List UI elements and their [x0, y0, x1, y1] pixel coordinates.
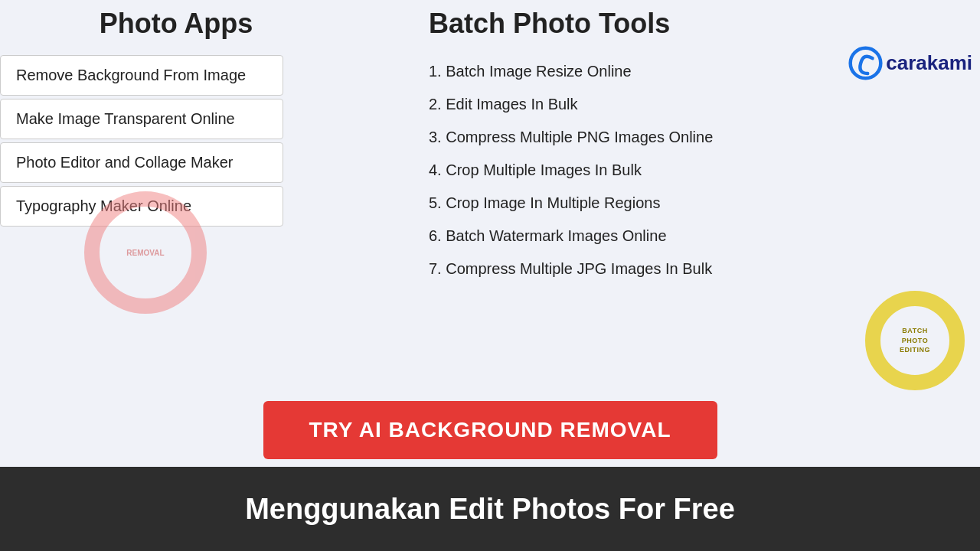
list-number: 4.	[429, 161, 442, 178]
circle-decoration-right: BATCH PHOTO EDITING	[865, 291, 965, 390]
left-panel: Photo Apps Remove Background From Image …	[0, 0, 306, 459]
list-label: Crop Image In Multiple Regions	[446, 194, 660, 211]
list-label: Compress Multiple JPG Images In Bulk	[446, 260, 712, 277]
circle-decoration-left: REMOVAL	[84, 191, 207, 314]
list-label: Edit Images In Bulk	[446, 96, 577, 112]
circle-left-text: REMOVAL	[126, 248, 164, 258]
footer-text: Menggunakan Edit Photos For Free	[245, 493, 735, 526]
list-item: 3. Compress Multiple PNG Images Online	[429, 121, 957, 154]
list-item: 6. Batch Watermark Images Online	[429, 220, 957, 253]
list-item: Photo Editor and Collage Maker	[0, 142, 306, 183]
circle-right-text: BATCH PHOTO EDITING	[900, 326, 930, 355]
list-label: Compress Multiple PNG Images Online	[446, 129, 713, 145]
list-item: Remove Background From Image	[0, 55, 306, 96]
carakami-logo: carakami	[848, 46, 972, 80]
photo-editor-link[interactable]: Photo Editor and Collage Maker	[0, 142, 283, 183]
cta-button[interactable]: TRY AI BACKGROUND REMOVAL	[263, 401, 717, 459]
list-item: 7. Compress Multiple JPG Images In Bulk	[429, 253, 957, 285]
make-transparent-link[interactable]: Make Image Transparent Online	[0, 99, 283, 139]
list-number: 3.	[429, 129, 442, 145]
list-item: 2. Edit Images In Bulk	[429, 88, 957, 121]
list-number: 6.	[429, 227, 442, 244]
list-number: 1.	[429, 63, 442, 80]
list-number: 7.	[429, 260, 442, 277]
list-item: 4. Crop Multiple Images In Bulk	[429, 154, 957, 187]
photo-apps-title: Photo Apps	[46, 0, 306, 55]
carakami-c-icon	[848, 46, 883, 80]
batch-tools-list: 1. Batch Image Resize Online 2. Edit Ima…	[429, 55, 957, 285]
batch-tools-title: Batch Photo Tools	[429, 8, 957, 40]
carakami-logo-text: carakami	[886, 51, 972, 75]
cta-section: TRY AI BACKGROUND REMOVAL	[0, 401, 980, 459]
right-panel: Batch Photo Tools carakami 1. Batch Imag…	[383, 0, 980, 459]
list-number: 2.	[429, 96, 442, 112]
list-number: 5.	[429, 194, 442, 211]
list-item: Make Image Transparent Online	[0, 99, 306, 139]
list-item: 5. Crop Image In Multiple Regions	[429, 187, 957, 220]
list-label: Batch Watermark Images Online	[446, 227, 666, 244]
footer: Menggunakan Edit Photos For Free	[0, 467, 980, 551]
remove-background-link[interactable]: Remove Background From Image	[0, 55, 283, 96]
list-label: Batch Image Resize Online	[446, 63, 631, 80]
list-label: Crop Multiple Images In Bulk	[446, 161, 642, 178]
